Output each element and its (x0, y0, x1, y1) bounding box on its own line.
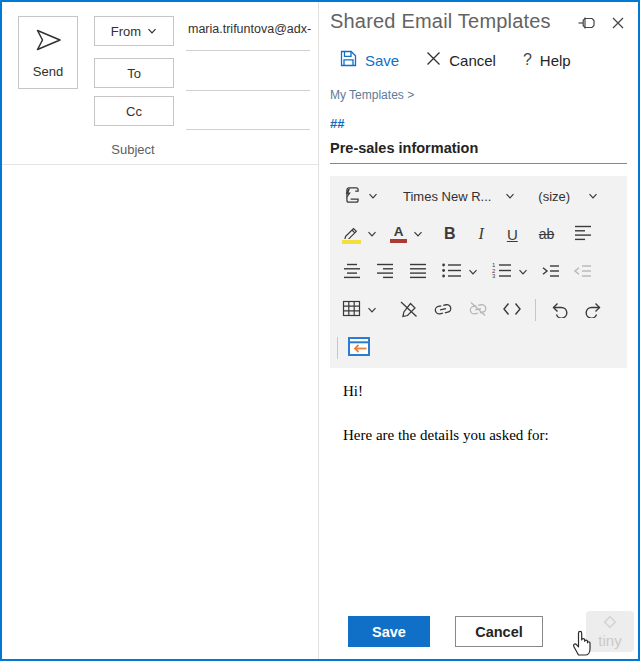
to-label: To (127, 66, 141, 81)
indent-icon (541, 263, 560, 282)
insert-macro-button[interactable] (342, 185, 378, 208)
strikethrough-button[interactable]: ab (539, 226, 555, 242)
align-right-button[interactable] (375, 262, 395, 282)
italic-icon: I (479, 225, 484, 243)
from-input-underline (186, 50, 310, 51)
bullet-list-icon (441, 262, 462, 282)
align-left-icon (573, 224, 593, 244)
send-button[interactable]: Send (18, 16, 78, 89)
body-line: Hi! (343, 383, 614, 400)
chevron-down-icon (468, 265, 478, 280)
cc-input-underline[interactable] (186, 129, 310, 130)
insert-table-button[interactable] (342, 300, 377, 320)
from-button[interactable]: From (94, 16, 174, 46)
insert-into-email-button[interactable] (347, 336, 371, 360)
clear-formatting-button[interactable] (398, 300, 419, 321)
from-label: From (111, 24, 141, 39)
to-button[interactable]: To (94, 58, 174, 88)
font-size-value: (size) (538, 189, 570, 204)
save-template-action[interactable]: Save (340, 50, 399, 70)
send-label: Send (33, 64, 63, 79)
cc-button[interactable]: Cc (94, 96, 174, 126)
footer-save-button[interactable]: Save (348, 616, 430, 647)
toolbar-separator (535, 299, 536, 321)
insert-into-email-icon (347, 336, 371, 360)
align-center-button[interactable] (342, 262, 362, 282)
italic-button[interactable]: I (479, 225, 484, 243)
svg-text:3: 3 (492, 273, 496, 279)
cc-label: Cc (126, 104, 142, 119)
toolbar-row-4 (330, 291, 627, 329)
align-left-button[interactable] (573, 224, 593, 244)
from-address-value[interactable]: maria.trifuntova@adx- (188, 22, 314, 40)
font-color-icon: A (390, 225, 407, 243)
outdent-button[interactable] (573, 263, 592, 282)
underline-icon: U (507, 226, 518, 243)
bold-icon: B (444, 225, 456, 243)
help-action[interactable]: ? Help (523, 51, 571, 69)
align-center-icon (342, 262, 362, 282)
insert-link-button[interactable] (432, 301, 454, 320)
remove-link-button[interactable] (467, 301, 489, 320)
chevron-down-icon (505, 189, 515, 204)
body-line: Here are the details you asked for: (343, 427, 614, 444)
to-input-underline[interactable] (186, 90, 310, 91)
compose-window: Send From maria.trifuntova@adx- To Cc Su… (0, 0, 640, 661)
source-code-button[interactable] (502, 301, 522, 320)
chevron-down-icon (413, 227, 423, 242)
numbered-list-button[interactable]: 123 (491, 262, 528, 282)
chevron-down-icon (368, 189, 378, 204)
chevron-down-icon (588, 189, 598, 204)
bold-button[interactable]: B (444, 225, 456, 243)
table-icon (342, 300, 361, 320)
template-shortcut-link[interactable]: ## (330, 116, 627, 131)
footer-cancel-button[interactable]: Cancel (455, 616, 543, 647)
help-question-icon: ? (523, 51, 532, 69)
align-justify-button[interactable] (408, 262, 428, 282)
underline-button[interactable]: U (507, 226, 518, 243)
highlight-color-button[interactable] (342, 225, 377, 244)
indent-button[interactable] (541, 263, 560, 282)
chevron-down-icon (147, 24, 157, 39)
align-justify-icon (408, 262, 428, 282)
cancel-edit-action[interactable]: Cancel (426, 51, 496, 69)
addin-header: Shared Email Templates (330, 10, 627, 34)
font-color-swatch (390, 239, 407, 243)
outdent-icon (573, 263, 592, 282)
toolbar-row-3: 123 (330, 253, 627, 291)
send-plane-icon (33, 26, 63, 57)
pin-pane-button[interactable] (577, 15, 596, 34)
cancel-x-icon (426, 51, 441, 69)
highlight-color-swatch (342, 240, 361, 244)
bullet-list-button[interactable] (441, 262, 478, 282)
undo-button[interactable] (549, 300, 570, 321)
strikethrough-icon: ab (539, 226, 555, 242)
highlighter-icon (342, 225, 361, 244)
template-body-editor[interactable]: Hi! Here are the details you asked for: (330, 368, 627, 604)
template-name-input[interactable] (330, 140, 627, 164)
tiny-watermark-label: tiny (598, 634, 621, 648)
font-size-select[interactable]: (size) (538, 189, 598, 204)
link-icon (432, 301, 454, 320)
redo-button[interactable] (583, 300, 604, 321)
font-family-select[interactable]: Times New R... (403, 189, 515, 204)
compose-divider (2, 164, 318, 165)
unlink-icon (467, 301, 489, 320)
breadcrumb[interactable]: My Templates > (330, 88, 627, 102)
font-color-button[interactable]: A (390, 225, 423, 243)
chevron-down-icon (367, 227, 377, 242)
font-family-value: Times New R... (403, 189, 491, 204)
close-pane-button[interactable] (611, 15, 625, 34)
numbered-list-icon: 123 (491, 262, 512, 282)
save-action-label: Save (365, 52, 399, 69)
shared-templates-pane: Shared Email Templates Sa (319, 2, 638, 659)
toolbar-row-2: A B I U ab (330, 215, 627, 253)
editor-toolbar: Times New R... (size) (330, 176, 627, 368)
redo-icon (583, 300, 604, 321)
toolbar-row-5 (330, 329, 627, 367)
align-right-icon (375, 262, 395, 282)
compose-pane: Send From maria.trifuntova@adx- To Cc Su… (2, 2, 318, 659)
help-action-label: Help (540, 52, 571, 69)
subject-label[interactable]: Subject (73, 142, 193, 157)
rich-text-editor: Times New R... (size) (330, 176, 627, 604)
